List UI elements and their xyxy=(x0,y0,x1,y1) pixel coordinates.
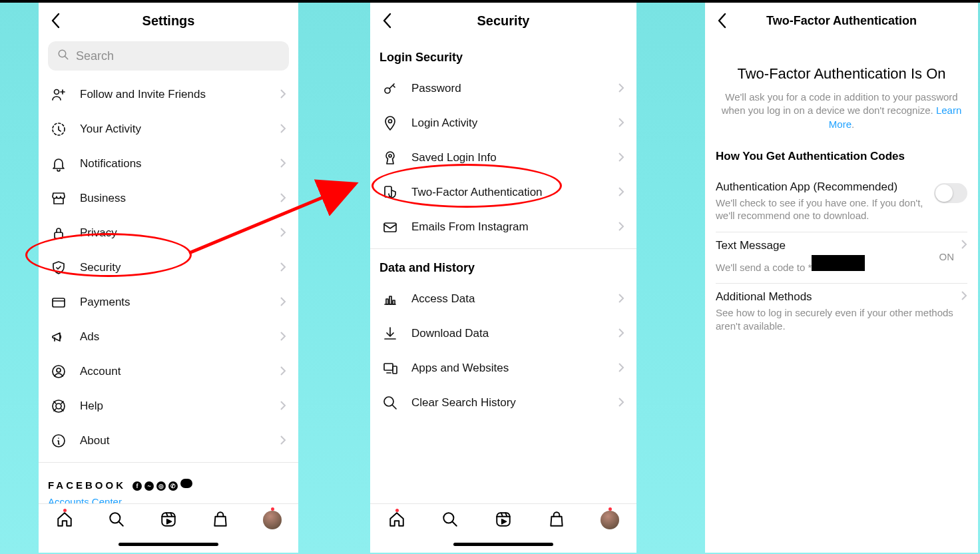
bar-chart-icon xyxy=(379,291,401,307)
shield-icon xyxy=(48,260,69,276)
search-field[interactable] xyxy=(76,49,280,63)
chevron-right-icon xyxy=(618,218,624,236)
chevron-right-icon xyxy=(280,190,286,207)
page-title: Settings xyxy=(142,13,195,29)
item-label: Download Data xyxy=(411,327,618,340)
svg-point-15 xyxy=(389,120,392,123)
chevron-right-icon xyxy=(618,360,624,377)
item-label: Password xyxy=(411,82,618,95)
twofactor-screen: Two-Factor Authentication Two-Factor Aut… xyxy=(705,3,978,553)
item-security[interactable]: Security xyxy=(39,250,298,285)
devices-icon xyxy=(379,360,401,376)
shop-icon xyxy=(212,511,229,531)
search-icon xyxy=(57,49,76,64)
chevron-right-icon xyxy=(618,290,624,308)
item-about[interactable]: About xyxy=(39,423,298,458)
svg-line-1 xyxy=(65,56,68,59)
sms-title: Text Message xyxy=(716,239,933,252)
tab-home[interactable] xyxy=(49,511,80,531)
security-screen: Security Login Security PasswordLogin Ac… xyxy=(370,3,636,553)
header: Security xyxy=(370,3,636,39)
back-button[interactable] xyxy=(378,12,395,29)
item-two-factor-authentication[interactable]: Two-Factor Authentication xyxy=(370,175,636,210)
item-label: Account xyxy=(80,365,280,378)
chevron-right-icon xyxy=(280,432,286,449)
auth-app-title: Authentication App (Recommended) xyxy=(716,180,934,194)
item-label: Privacy xyxy=(80,226,280,240)
search-input[interactable] xyxy=(48,41,289,71)
tab-profile[interactable] xyxy=(595,511,625,529)
chevron-right-icon xyxy=(618,80,624,97)
header: Two-Factor Authentication xyxy=(705,3,978,39)
item-label: Help xyxy=(80,400,280,413)
tab-shop[interactable] xyxy=(541,511,572,531)
chevron-right-icon xyxy=(618,325,624,342)
item-label: Security xyxy=(80,261,280,274)
item-saved-login-info[interactable]: Saved Login Info xyxy=(370,140,636,175)
chevron-right-icon xyxy=(280,398,286,415)
bottom-nav xyxy=(370,503,636,553)
home-icon xyxy=(56,511,73,531)
svg-point-7 xyxy=(57,368,61,372)
tab-shop[interactable] xyxy=(205,511,236,531)
instagram-icon: ◎ xyxy=(156,481,166,491)
item-download-data[interactable]: Download Data xyxy=(370,316,636,351)
item-account[interactable]: Account xyxy=(39,354,298,389)
home-indicator xyxy=(119,543,218,546)
item-business[interactable]: Business xyxy=(39,181,298,216)
item-label: Saved Login Info xyxy=(411,151,618,164)
item-ads[interactable]: Ads xyxy=(39,320,298,354)
facebook-brand: FACEBOOKf~◎✆ xyxy=(39,463,298,491)
chevron-right-icon xyxy=(280,259,286,276)
item-additional-methods[interactable]: Additional Methods See how to log in sec… xyxy=(716,284,967,342)
back-button[interactable] xyxy=(713,12,730,29)
messenger-icon: ~ xyxy=(144,481,154,491)
page-title: Two-Factor Authentication xyxy=(766,14,917,28)
item-clear-search-history[interactable]: Clear Search History xyxy=(370,386,636,420)
back-button[interactable] xyxy=(47,12,64,29)
svg-point-2 xyxy=(55,90,59,95)
section-auth-codes: How You Get Authentication Codes xyxy=(716,150,967,163)
shop-icon xyxy=(548,511,565,531)
status-body-text: We'll ask you for a code in addition to … xyxy=(722,91,958,116)
tab-home[interactable] xyxy=(381,511,412,531)
item-your-activity[interactable]: Your Activity xyxy=(39,112,298,146)
item-notifications[interactable]: Notifications xyxy=(39,146,298,181)
item-text-message[interactable]: Text Message We'll send a code to * ON xyxy=(716,232,967,284)
item-login-activity[interactable]: Login Activity xyxy=(370,106,636,140)
chevron-right-icon xyxy=(618,184,624,201)
pin-icon xyxy=(379,115,401,131)
tab-reels[interactable] xyxy=(488,511,519,531)
megaphone-icon xyxy=(48,329,69,345)
item-apps-and-websites[interactable]: Apps and Websites xyxy=(370,351,636,386)
item-payments[interactable]: Payments xyxy=(39,285,298,320)
item-privacy[interactable]: Privacy xyxy=(39,216,298,250)
item-emails-from-instagram[interactable]: Emails From Instagram xyxy=(370,210,636,244)
item-label: Two-Factor Authentication xyxy=(411,186,618,199)
svg-line-12 xyxy=(119,521,123,526)
item-label: Apps and Websites xyxy=(411,362,618,375)
lock-icon xyxy=(48,225,69,241)
bottom-nav xyxy=(39,503,298,553)
item-help[interactable]: Help xyxy=(39,389,298,423)
chevron-right-icon xyxy=(280,121,286,138)
download-icon xyxy=(379,326,401,342)
section-data-history: Data and History xyxy=(370,249,636,282)
tab-profile[interactable] xyxy=(257,511,288,529)
brand-text: FACEBOOK xyxy=(48,479,126,491)
home-icon xyxy=(388,511,405,531)
settings-list: Follow and Invite FriendsYour ActivityNo… xyxy=(39,77,298,503)
item-password[interactable]: Password xyxy=(370,71,636,106)
accounts-center-link[interactable]: Accounts Center xyxy=(39,491,298,503)
activity-icon xyxy=(48,121,69,137)
item-auth-app[interactable]: Authentication App (Recommended) We'll c… xyxy=(716,174,967,232)
info-icon xyxy=(48,433,69,449)
header: Settings xyxy=(39,3,298,39)
tab-search[interactable] xyxy=(101,511,132,531)
tab-reels[interactable] xyxy=(153,511,184,531)
item-follow-and-invite-friends[interactable]: Follow and Invite Friends xyxy=(39,77,298,112)
auth-app-toggle[interactable] xyxy=(934,183,967,203)
chevron-right-icon xyxy=(280,86,286,103)
item-access-data[interactable]: Access Data xyxy=(370,282,636,316)
tab-search[interactable] xyxy=(435,511,465,531)
